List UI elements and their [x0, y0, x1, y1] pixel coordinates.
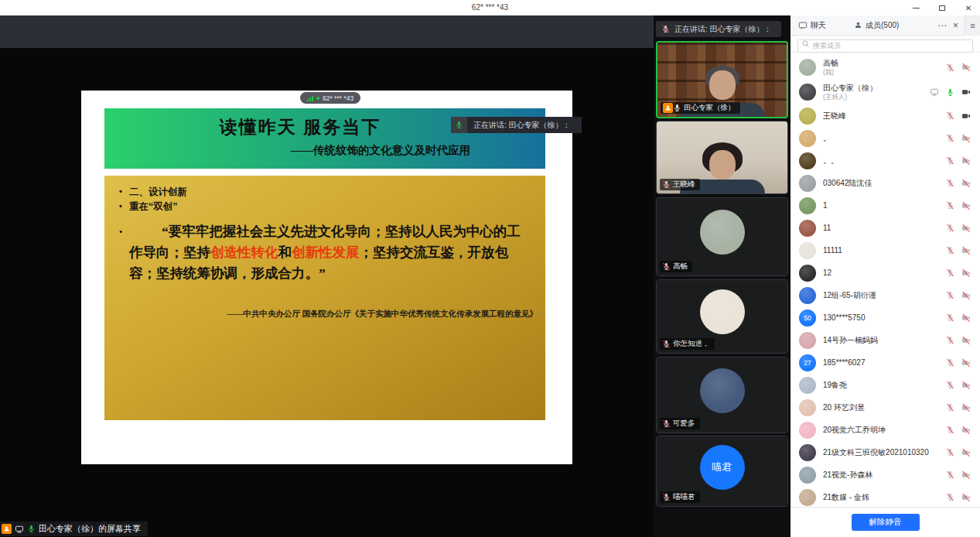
avatar: [799, 332, 816, 349]
member-status-icons[interactable]: [946, 426, 971, 435]
slide-subtitle: ——传统纹饰的文化意义及时代应用: [160, 143, 601, 158]
member-status-icons[interactable]: [946, 201, 971, 210]
member-row[interactable]: 50 130****5750: [790, 306, 980, 329]
member-row[interactable]: 030642陆沈佳: [790, 172, 980, 194]
avatar: [799, 399, 816, 416]
member-row[interactable]: 。: [790, 127, 980, 149]
video-tile[interactable]: 可爱多: [656, 357, 788, 433]
member-status-icons[interactable]: [930, 87, 971, 97]
member-status-icons[interactable]: [946, 63, 971, 72]
member-icon: [854, 21, 862, 29]
member-name: 19鲁尧: [823, 381, 847, 390]
search-input[interactable]: [797, 39, 973, 53]
mic-on-icon: [451, 117, 467, 133]
search-icon: [801, 39, 810, 48]
slide-body: •二、设计创新•重在“双创” • “要牢牢把握社会主义先进文化导向；坚持以人民为…: [104, 176, 545, 420]
member-name: 11111: [823, 246, 842, 255]
menu-icon[interactable]: ≡: [965, 15, 980, 36]
member-status-icons[interactable]: [946, 179, 971, 188]
member-row[interactable]: 11111: [790, 239, 980, 262]
avatar: [799, 220, 816, 237]
member-name: 1: [823, 201, 828, 210]
panel-header: 聊天 成员(500) ⋯ × ≡: [790, 15, 980, 36]
avatar: [799, 422, 816, 439]
meeting-id-text: 62* *** *43: [323, 94, 353, 102]
member-status-icons[interactable]: [946, 358, 971, 368]
mic-muted-icon: [661, 25, 670, 33]
video-tile[interactable]: 王晓峰: [656, 121, 788, 194]
member-status-icons[interactable]: [946, 493, 971, 502]
member-row[interactable]: 。。: [790, 149, 980, 172]
member-status-icons[interactable]: [946, 381, 971, 390]
member-row[interactable]: 21数媒 - 金炜: [790, 486, 980, 507]
video-tile[interactable]: 你怎知道，: [656, 279, 788, 354]
member-row[interactable]: 20视觉六工乔明坤: [790, 419, 980, 441]
tab-chat[interactable]: 聊天: [790, 20, 854, 31]
restore-icon[interactable]: [937, 2, 948, 13]
close-icon[interactable]: ✕: [963, 2, 974, 13]
member-row[interactable]: 21级文科三班倪敏2021010320: [790, 441, 980, 463]
unmute-button[interactable]: 解除静音: [852, 514, 920, 531]
tab-members[interactable]: 成员(500): [854, 20, 937, 31]
screen-share-status-text: 田心专家（徐）的屏幕共享: [39, 523, 141, 535]
screen-share-area: 读懂昨天 服务当下 ——传统纹饰的文化意义及时代应用 •二、设计创新•重在“双创…: [0, 48, 654, 537]
member-status-icons[interactable]: [946, 156, 971, 166]
member-status-icons[interactable]: [946, 291, 971, 300]
member-status-icons[interactable]: [946, 224, 971, 233]
tab-members-label: 成员(500): [866, 20, 899, 31]
speaking-toast: 正在讲话: 田心专家（徐）：: [451, 117, 582, 133]
meeting-app-window: 62* *** *43 ✕ 读懂昨天 服务当下 ——传统纹饰的文化意义及时代应用…: [0, 0, 980, 537]
mic-on-icon: [27, 525, 36, 533]
video-tile[interactable]: 田心专家（徐）: [656, 41, 788, 118]
avatar: [799, 467, 816, 484]
member-status-icons[interactable]: [946, 313, 971, 323]
member-row[interactable]: 1: [790, 194, 980, 217]
member-status-icons[interactable]: [946, 111, 971, 121]
tile-name-label: 你怎知道，: [660, 338, 715, 350]
member-row[interactable]: 20 环艺刘昱: [790, 396, 980, 419]
member-name: 185****6027: [823, 358, 866, 368]
member-role: (我): [823, 68, 838, 76]
panel-close-icon[interactable]: ×: [953, 21, 958, 30]
member-row[interactable]: 王晓峰: [790, 104, 980, 127]
video-tile[interactable]: 喵君 喵喵君: [656, 436, 788, 507]
member-name: 11: [823, 224, 831, 233]
member-row[interactable]: 19鲁尧: [790, 374, 980, 396]
member-role: (主持人): [823, 93, 877, 101]
member-status-icons[interactable]: [946, 470, 971, 480]
member-row[interactable]: 21视觉-孙森林: [790, 463, 980, 486]
member-row[interactable]: 14号孙一楠妈妈: [790, 329, 980, 351]
tile-status-icons: [662, 493, 671, 501]
member-row[interactable]: 高畅 (我): [790, 55, 980, 80]
member-row[interactable]: 27 185****6027: [790, 351, 980, 374]
avatar: [799, 265, 816, 282]
tile-name-label: 可爱多: [660, 418, 700, 429]
member-name: 21数媒 - 金炜: [823, 493, 869, 502]
member-row[interactable]: 11: [790, 217, 980, 239]
more-icon[interactable]: ⋯: [937, 21, 947, 30]
member-status-icons[interactable]: [946, 268, 971, 278]
tile-name-label: 喵喵君: [660, 491, 700, 503]
member-status-icons[interactable]: [946, 336, 971, 345]
member-name: 130****5750: [823, 313, 866, 323]
slide-bullet: •二、设计创新: [112, 185, 534, 200]
member-name: 12组-65-胡衍谨: [823, 291, 876, 300]
member-row[interactable]: 田心专家（徐） (主持人): [790, 80, 980, 104]
member-status-icons[interactable]: [946, 448, 971, 457]
tile-name: 可爱多: [673, 419, 695, 429]
window-controls: ✕: [910, 0, 974, 15]
member-row[interactable]: 12组-65-胡衍谨: [790, 284, 980, 306]
avatar: [799, 152, 816, 169]
avatar: [799, 197, 816, 214]
member-status-icons[interactable]: [946, 134, 971, 143]
avatar: [799, 377, 816, 394]
member-name: 20 环艺刘昱: [823, 403, 865, 412]
tile-name: 喵喵君: [673, 492, 695, 502]
minimize-icon[interactable]: [910, 2, 921, 13]
video-tile[interactable]: 高畅: [656, 197, 788, 276]
speaking-banner-text: 正在讲话: 田心专家（徐）：: [674, 24, 772, 35]
screen-share-status-bar: 田心专家（徐）的屏幕共享: [0, 522, 148, 536]
member-row[interactable]: 12: [790, 262, 980, 284]
member-status-icons[interactable]: [946, 246, 971, 255]
member-status-icons[interactable]: [946, 403, 971, 412]
